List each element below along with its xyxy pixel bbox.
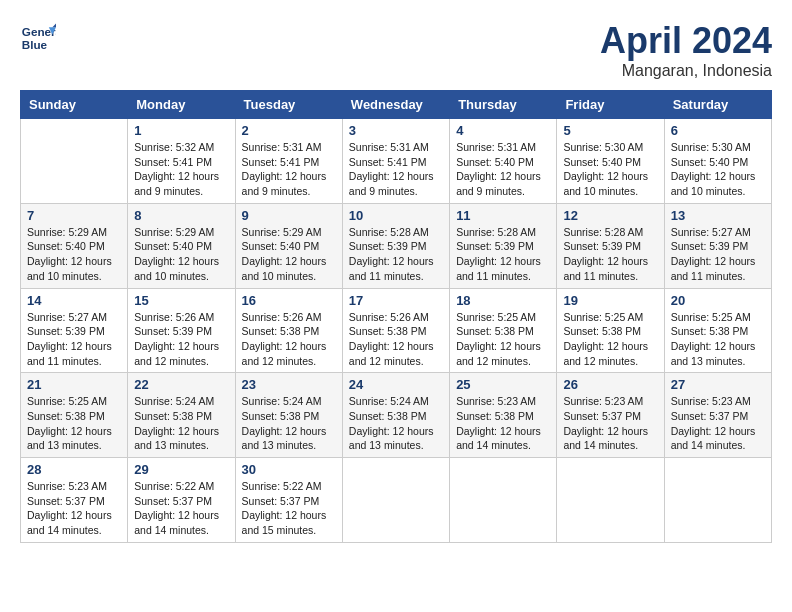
calendar-cell: 1Sunrise: 5:32 AMSunset: 5:41 PMDaylight… <box>128 119 235 204</box>
day-info: Sunrise: 5:22 AMSunset: 5:37 PMDaylight:… <box>242 479 336 538</box>
day-number: 6 <box>671 123 765 138</box>
day-number: 15 <box>134 293 228 308</box>
calendar-cell: 28Sunrise: 5:23 AMSunset: 5:37 PMDayligh… <box>21 458 128 543</box>
calendar-cell: 9Sunrise: 5:29 AMSunset: 5:40 PMDaylight… <box>235 203 342 288</box>
calendar-cell: 15Sunrise: 5:26 AMSunset: 5:39 PMDayligh… <box>128 288 235 373</box>
day-info: Sunrise: 5:31 AMSunset: 5:41 PMDaylight:… <box>349 140 443 199</box>
week-row-4: 21Sunrise: 5:25 AMSunset: 5:38 PMDayligh… <box>21 373 772 458</box>
day-number: 28 <box>27 462 121 477</box>
day-info: Sunrise: 5:24 AMSunset: 5:38 PMDaylight:… <box>134 394 228 453</box>
day-number: 13 <box>671 208 765 223</box>
calendar-cell: 23Sunrise: 5:24 AMSunset: 5:38 PMDayligh… <box>235 373 342 458</box>
calendar-cell: 26Sunrise: 5:23 AMSunset: 5:37 PMDayligh… <box>557 373 664 458</box>
day-header-row: SundayMondayTuesdayWednesdayThursdayFrid… <box>21 91 772 119</box>
calendar-cell: 29Sunrise: 5:22 AMSunset: 5:37 PMDayligh… <box>128 458 235 543</box>
day-number: 16 <box>242 293 336 308</box>
day-number: 2 <box>242 123 336 138</box>
calendar-cell: 4Sunrise: 5:31 AMSunset: 5:40 PMDaylight… <box>450 119 557 204</box>
day-number: 14 <box>27 293 121 308</box>
calendar-cell: 22Sunrise: 5:24 AMSunset: 5:38 PMDayligh… <box>128 373 235 458</box>
week-row-1: 1Sunrise: 5:32 AMSunset: 5:41 PMDaylight… <box>21 119 772 204</box>
day-info: Sunrise: 5:23 AMSunset: 5:37 PMDaylight:… <box>563 394 657 453</box>
day-number: 9 <box>242 208 336 223</box>
day-info: Sunrise: 5:26 AMSunset: 5:38 PMDaylight:… <box>242 310 336 369</box>
calendar-cell <box>664 458 771 543</box>
svg-text:Blue: Blue <box>22 38 48 51</box>
day-info: Sunrise: 5:27 AMSunset: 5:39 PMDaylight:… <box>27 310 121 369</box>
day-number: 19 <box>563 293 657 308</box>
calendar-cell: 12Sunrise: 5:28 AMSunset: 5:39 PMDayligh… <box>557 203 664 288</box>
location-title: Mangaran, Indonesia <box>600 62 772 80</box>
day-info: Sunrise: 5:28 AMSunset: 5:39 PMDaylight:… <box>563 225 657 284</box>
day-info: Sunrise: 5:22 AMSunset: 5:37 PMDaylight:… <box>134 479 228 538</box>
day-info: Sunrise: 5:30 AMSunset: 5:40 PMDaylight:… <box>671 140 765 199</box>
day-info: Sunrise: 5:23 AMSunset: 5:37 PMDaylight:… <box>671 394 765 453</box>
calendar-cell <box>557 458 664 543</box>
calendar-cell: 7Sunrise: 5:29 AMSunset: 5:40 PMDaylight… <box>21 203 128 288</box>
calendar-cell: 11Sunrise: 5:28 AMSunset: 5:39 PMDayligh… <box>450 203 557 288</box>
title-area: April 2024 Mangaran, Indonesia <box>600 20 772 80</box>
calendar-cell <box>342 458 449 543</box>
day-number: 18 <box>456 293 550 308</box>
day-header-sunday: Sunday <box>21 91 128 119</box>
day-info: Sunrise: 5:25 AMSunset: 5:38 PMDaylight:… <box>563 310 657 369</box>
day-number: 17 <box>349 293 443 308</box>
day-number: 10 <box>349 208 443 223</box>
day-number: 27 <box>671 377 765 392</box>
day-info: Sunrise: 5:31 AMSunset: 5:40 PMDaylight:… <box>456 140 550 199</box>
calendar-cell: 14Sunrise: 5:27 AMSunset: 5:39 PMDayligh… <box>21 288 128 373</box>
day-info: Sunrise: 5:29 AMSunset: 5:40 PMDaylight:… <box>134 225 228 284</box>
day-number: 12 <box>563 208 657 223</box>
day-info: Sunrise: 5:25 AMSunset: 5:38 PMDaylight:… <box>671 310 765 369</box>
calendar-cell <box>21 119 128 204</box>
day-number: 21 <box>27 377 121 392</box>
day-info: Sunrise: 5:25 AMSunset: 5:38 PMDaylight:… <box>456 310 550 369</box>
day-number: 8 <box>134 208 228 223</box>
calendar-cell: 13Sunrise: 5:27 AMSunset: 5:39 PMDayligh… <box>664 203 771 288</box>
calendar-cell: 16Sunrise: 5:26 AMSunset: 5:38 PMDayligh… <box>235 288 342 373</box>
day-number: 26 <box>563 377 657 392</box>
day-info: Sunrise: 5:23 AMSunset: 5:38 PMDaylight:… <box>456 394 550 453</box>
day-info: Sunrise: 5:24 AMSunset: 5:38 PMDaylight:… <box>242 394 336 453</box>
day-info: Sunrise: 5:28 AMSunset: 5:39 PMDaylight:… <box>456 225 550 284</box>
day-info: Sunrise: 5:24 AMSunset: 5:38 PMDaylight:… <box>349 394 443 453</box>
week-row-2: 7Sunrise: 5:29 AMSunset: 5:40 PMDaylight… <box>21 203 772 288</box>
calendar-table: SundayMondayTuesdayWednesdayThursdayFrid… <box>20 90 772 543</box>
calendar-cell: 6Sunrise: 5:30 AMSunset: 5:40 PMDaylight… <box>664 119 771 204</box>
day-number: 5 <box>563 123 657 138</box>
calendar-cell: 20Sunrise: 5:25 AMSunset: 5:38 PMDayligh… <box>664 288 771 373</box>
day-info: Sunrise: 5:29 AMSunset: 5:40 PMDaylight:… <box>242 225 336 284</box>
day-info: Sunrise: 5:30 AMSunset: 5:40 PMDaylight:… <box>563 140 657 199</box>
calendar-cell: 3Sunrise: 5:31 AMSunset: 5:41 PMDaylight… <box>342 119 449 204</box>
day-number: 4 <box>456 123 550 138</box>
day-info: Sunrise: 5:31 AMSunset: 5:41 PMDaylight:… <box>242 140 336 199</box>
calendar-cell <box>450 458 557 543</box>
month-title: April 2024 <box>600 20 772 62</box>
day-number: 29 <box>134 462 228 477</box>
logo: General Blue <box>20 20 56 56</box>
header: General Blue April 2024 Mangaran, Indone… <box>20 20 772 80</box>
day-info: Sunrise: 5:32 AMSunset: 5:41 PMDaylight:… <box>134 140 228 199</box>
calendar-cell: 18Sunrise: 5:25 AMSunset: 5:38 PMDayligh… <box>450 288 557 373</box>
logo-icon: General Blue <box>20 20 56 56</box>
calendar-cell: 27Sunrise: 5:23 AMSunset: 5:37 PMDayligh… <box>664 373 771 458</box>
day-header-friday: Friday <box>557 91 664 119</box>
day-info: Sunrise: 5:28 AMSunset: 5:39 PMDaylight:… <box>349 225 443 284</box>
day-number: 30 <box>242 462 336 477</box>
day-number: 22 <box>134 377 228 392</box>
day-info: Sunrise: 5:27 AMSunset: 5:39 PMDaylight:… <box>671 225 765 284</box>
week-row-3: 14Sunrise: 5:27 AMSunset: 5:39 PMDayligh… <box>21 288 772 373</box>
calendar-cell: 21Sunrise: 5:25 AMSunset: 5:38 PMDayligh… <box>21 373 128 458</box>
day-number: 24 <box>349 377 443 392</box>
day-info: Sunrise: 5:26 AMSunset: 5:39 PMDaylight:… <box>134 310 228 369</box>
calendar-cell: 17Sunrise: 5:26 AMSunset: 5:38 PMDayligh… <box>342 288 449 373</box>
calendar-cell: 8Sunrise: 5:29 AMSunset: 5:40 PMDaylight… <box>128 203 235 288</box>
day-number: 23 <box>242 377 336 392</box>
day-info: Sunrise: 5:25 AMSunset: 5:38 PMDaylight:… <box>27 394 121 453</box>
calendar-cell: 10Sunrise: 5:28 AMSunset: 5:39 PMDayligh… <box>342 203 449 288</box>
day-info: Sunrise: 5:29 AMSunset: 5:40 PMDaylight:… <box>27 225 121 284</box>
week-row-5: 28Sunrise: 5:23 AMSunset: 5:37 PMDayligh… <box>21 458 772 543</box>
calendar-cell: 24Sunrise: 5:24 AMSunset: 5:38 PMDayligh… <box>342 373 449 458</box>
calendar-cell: 2Sunrise: 5:31 AMSunset: 5:41 PMDaylight… <box>235 119 342 204</box>
calendar-cell: 5Sunrise: 5:30 AMSunset: 5:40 PMDaylight… <box>557 119 664 204</box>
